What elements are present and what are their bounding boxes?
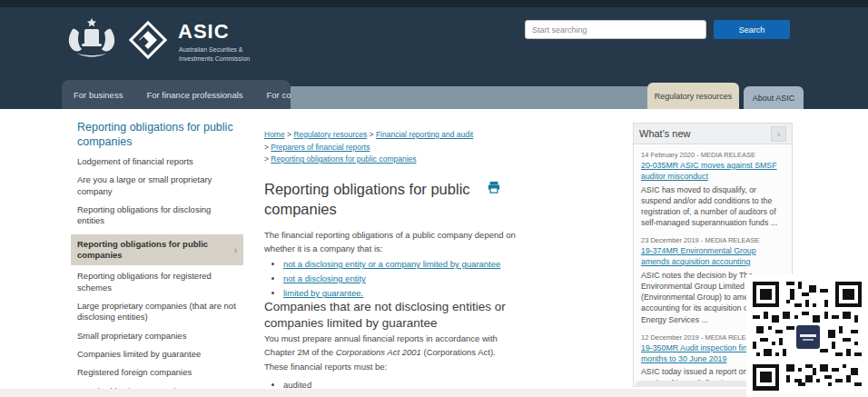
news-item: 14 February 2020 - MEDIA RELEASE 20-035M… bbox=[641, 151, 784, 228]
paragraph-text: (Corporations Act). bbox=[421, 347, 496, 357]
link-limited-by-guarantee[interactable]: limited by guarantee. bbox=[283, 288, 363, 298]
whats-new-header: What's new › bbox=[634, 124, 792, 144]
sidebar-item-large-or-small[interactable]: Are you a large or small proprietary com… bbox=[77, 174, 241, 197]
requirements-paragraph: You must prepare annual financial report… bbox=[264, 332, 523, 359]
breadcrumb-regulatory-resources[interactable]: Regulatory resources bbox=[293, 130, 367, 139]
act-title-italic: Corporations Act 2001 bbox=[336, 347, 421, 357]
nav-spacer-bar bbox=[291, 86, 647, 109]
sidebar-item-registered-schemes[interactable]: Reporting obligations for registered sch… bbox=[77, 271, 241, 293]
breadcrumb-preparers[interactable]: Preparers of financial reports bbox=[271, 143, 370, 152]
sidebar-item-large-proprietary[interactable]: Large proprietary companies (that are no… bbox=[77, 301, 241, 323]
sidebar-item-small-proprietary[interactable]: Small proprietary companies bbox=[77, 331, 241, 342]
news-link-smsf-auditor[interactable]: 20-035MR ASIC moves against SMSF auditor… bbox=[641, 161, 784, 183]
sidebar-section-title: Reporting obligations for public compani… bbox=[77, 120, 242, 150]
brand-name: ASIC bbox=[178, 20, 230, 44]
list-item: not a disclosing entity bbox=[283, 272, 500, 286]
list-item: not a disclosing entity or a company lim… bbox=[283, 257, 500, 272]
breadcrumb-home[interactable]: Home bbox=[264, 130, 285, 139]
tab-about-asic[interactable]: About ASIC bbox=[744, 86, 804, 109]
sidebar-item-limited-by-guarantee[interactable]: Companies limited by guarantee bbox=[77, 349, 241, 360]
sidebar-item-lodgement[interactable]: Lodgement of financial reports bbox=[77, 156, 241, 167]
search-button[interactable]: Search bbox=[714, 20, 790, 39]
breadcrumb-current-page[interactable]: Reporting obligations for public compani… bbox=[271, 154, 416, 164]
header-top-stripe bbox=[0, 0, 868, 7]
news-date: 14 February 2020 - MEDIA RELEASE bbox=[641, 151, 784, 159]
section-heading: Companies that are not disclosing entiti… bbox=[264, 299, 514, 331]
sidebar-item-public-companies[interactable]: Reporting obligations for public compani… bbox=[71, 234, 243, 266]
breadcrumb-separator: > bbox=[370, 130, 374, 139]
whats-new-next-button[interactable]: › bbox=[771, 126, 786, 142]
page-title: Reporting obligations for public compani… bbox=[264, 179, 487, 220]
breadcrumb-separator: > bbox=[287, 130, 291, 139]
chevron-right-icon: › bbox=[234, 244, 237, 256]
policy-links-list: not a disclosing entity or a company lim… bbox=[274, 257, 500, 301]
sidebar-nav: Lodgement of financial reports Are you a… bbox=[77, 156, 241, 397]
breadcrumb-separator: > bbox=[264, 143, 269, 152]
breadcrumb-separator: > bbox=[264, 154, 269, 164]
breadcrumb: Home > Regulatory resources > Financial … bbox=[264, 129, 502, 166]
sidebar-item-foreign-companies[interactable]: Registered foreign companies bbox=[77, 367, 241, 378]
breadcrumb-financial-reporting[interactable]: Financial reporting and audit bbox=[376, 130, 473, 139]
search-input[interactable] bbox=[525, 20, 706, 39]
nav-for-finance-professionals[interactable]: For finance professionals bbox=[134, 90, 254, 100]
asic-diamond-logo bbox=[129, 21, 167, 59]
nav-for-business[interactable]: For business bbox=[62, 90, 134, 100]
coat-of-arms-logo bbox=[64, 16, 120, 64]
qr-code bbox=[746, 274, 868, 397]
news-date: 23 December 2019 - MEDIA RELEASE bbox=[641, 236, 784, 244]
reports-must-be-paragraph: These financial reports must be: bbox=[264, 362, 523, 372]
page: ASIC Australian Securities & Investments… bbox=[0, 0, 868, 397]
site-header: ASIC Australian Securities & Investments… bbox=[0, 0, 868, 77]
audience-nav: For business For finance professionals F… bbox=[62, 80, 291, 109]
print-icon[interactable] bbox=[488, 181, 500, 194]
news-summary: ASIC has moved to disqualify, or suspend… bbox=[641, 184, 784, 229]
intro-paragraph: The financial reporting obligations of a… bbox=[264, 229, 518, 255]
tab-regulatory-resources[interactable]: Regulatory resources bbox=[647, 83, 739, 109]
link-not-disclosing[interactable]: not a disclosing entity bbox=[283, 273, 366, 283]
qr-center-logo bbox=[794, 323, 822, 351]
sidebar-item-disclosing-entities[interactable]: Reporting obligations for disclosing ent… bbox=[77, 204, 241, 227]
sidebar-item-label: Reporting obligations for public compani… bbox=[77, 239, 234, 262]
whats-new-title: What's new bbox=[639, 128, 691, 139]
page-bottom-strip bbox=[0, 389, 868, 397]
link-not-disclosing-or-guarantee[interactable]: not a disclosing entity or a company lim… bbox=[283, 259, 500, 269]
news-link-environmental-group[interactable]: 19-374MR Environmental Group amends acqu… bbox=[641, 246, 784, 268]
brand-tagline: Australian Securities & Investments Comm… bbox=[179, 45, 250, 64]
